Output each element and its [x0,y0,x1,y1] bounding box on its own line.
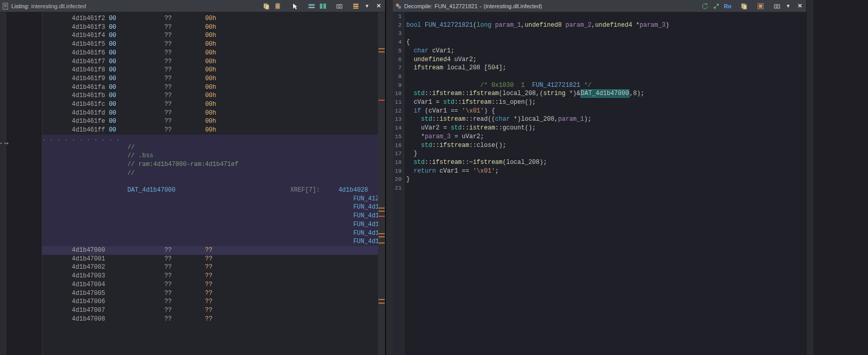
right-scrollbar[interactable] [806,0,813,355]
marker-gutter [0,12,6,355]
nav-gutter [6,12,42,355]
line-number-gutter: 1 2 3 4 5 6 7 8 9 10 11 12 13 14 15 16 1… [393,12,404,355]
svg-rect-14 [353,4,358,5]
decompile-panel: Decompile: FUN_412721821 - (interesting.… [393,0,806,355]
listing-doc-icon [2,3,9,10]
decompile-titlebar: Decompile: FUN_412721821 - (interesting.… [393,0,806,12]
svg-rect-15 [353,6,358,7]
decompile-app-icon [395,3,402,10]
svg-rect-16 [353,8,358,9]
snapshot-icon[interactable] [335,2,344,11]
decompile-body[interactable]: 1 2 3 4 5 6 7 8 9 10 11 12 13 14 15 16 1… [393,12,806,355]
paste-icon[interactable] [273,2,282,11]
close-icon-2[interactable]: ✕ [795,2,804,11]
refresh-icon[interactable] [700,2,710,11]
copy-icon-2[interactable] [739,2,749,11]
svg-point-27 [776,5,778,7]
svg-point-18 [398,6,401,9]
fields-icon[interactable] [307,2,316,11]
settings-icon[interactable] [756,2,765,11]
svg-rect-23 [743,5,747,9]
edit-fields-icon[interactable] [351,2,360,11]
svg-rect-0 [3,3,8,9]
listing-titlebar: Listing: interesting.dll.infected ▾ ✕ [0,0,385,12]
decompile-code[interactable]: bool FUN_412721821(long param_1,undefine… [404,12,806,355]
listing-body[interactable]: 4d1b461f2 00 ?? 00h 4d1b461f3 00 ?? 00h … [0,12,385,355]
decompile-title-func: FUN_412721821 [435,3,478,9]
dropdown-arrow-icon[interactable]: ▾ [363,2,372,11]
listing-title-file: interesting.dll.infected [31,3,86,9]
listing-panel: Listing: interesting.dll.infected ▾ ✕ 4d… [0,0,386,355]
svg-rect-7 [277,3,279,5]
decompile-title-prefix: Decompile: [404,3,432,9]
svg-rect-11 [323,4,326,9]
svg-rect-8 [309,4,315,6]
snapshot-icon-2[interactable] [772,2,782,11]
left-scrollbar[interactable] [386,0,393,355]
svg-rect-5 [265,5,269,9]
listing-title-prefix: Listing: [11,3,29,9]
dropdown-arrow-icon-2[interactable]: ▾ [784,2,793,11]
svg-line-21 [715,5,717,7]
svg-point-13 [338,5,340,7]
listing-overview-ruler[interactable] [378,12,385,355]
svg-rect-10 [320,4,322,9]
readonly-badge[interactable]: Ro [723,2,732,11]
listing-content[interactable]: 4d1b461f2 00 ?? 00h 4d1b461f3 00 ?? 00h … [42,12,378,355]
diff-icon[interactable] [318,2,328,11]
export-icon[interactable] [712,2,721,11]
resize-handle-icon[interactable] [0,141,9,146]
svg-rect-25 [759,5,762,8]
copy-icon[interactable] [262,2,271,11]
svg-rect-9 [309,7,315,8]
close-icon[interactable]: ✕ [374,2,383,11]
cursor-icon[interactable] [291,2,300,11]
decompile-title-file: (interesting.dll.infected) [484,3,542,9]
